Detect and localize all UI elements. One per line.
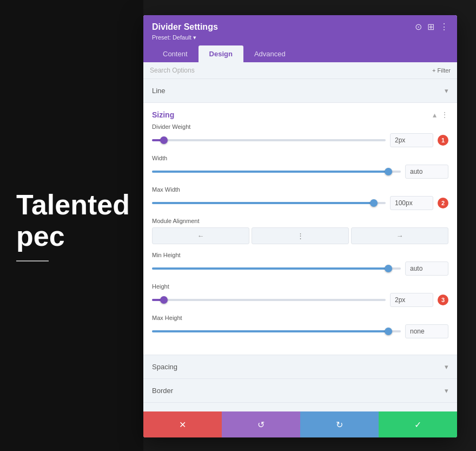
min-height-row [152, 262, 448, 276]
undo-icon: ↺ [257, 420, 265, 430]
border-section-row[interactable]: Border ▾ [143, 379, 457, 403]
sizing-collapse-icon[interactable]: ▴ [433, 110, 437, 119]
more-icon[interactable]: ⋮ [440, 22, 448, 32]
sizing-more-icon[interactable]: ⋮ [441, 110, 448, 119]
height-badge: 3 [438, 295, 448, 305]
tab-advanced[interactable]: Advanced [243, 45, 296, 62]
divider-weight-field: Divider Weight 1 [152, 123, 448, 147]
redo-icon: ↻ [336, 420, 343, 430]
filter-button[interactable]: + Filter [432, 67, 451, 74]
max-width-row: 2 [152, 196, 448, 210]
undo-button[interactable]: ↺ [222, 411, 300, 437]
layout-icon[interactable]: ⊞ [427, 22, 434, 32]
align-right-button[interactable]: → [351, 227, 448, 244]
max-width-input[interactable] [390, 196, 433, 210]
divider-weight-input[interactable] [390, 133, 433, 147]
preset-label: Preset: Default ▾ [152, 34, 448, 41]
modal-header: Divider Settings ⊙ ⊞ ⋮ Preset: Default ▾… [143, 15, 457, 62]
min-height-label: Min Height [152, 252, 448, 258]
divider-weight-slider[interactable] [152, 139, 386, 141]
width-slider[interactable] [152, 171, 401, 173]
align-left-button[interactable]: ← [152, 227, 249, 244]
divider-weight-badge: 1 [438, 135, 448, 146]
min-height-slider[interactable] [152, 267, 401, 270]
modal-body: Line ▾ Sizing ▴ ⋮ Divider Weight [143, 79, 457, 411]
max-width-slider[interactable] [152, 202, 386, 204]
width-input[interactable] [405, 165, 448, 179]
line-section-row[interactable]: Line ▾ [143, 79, 457, 103]
border-label: Border [152, 387, 173, 395]
divider-weight-label: Divider Weight [152, 123, 448, 130]
bg-title: Talented pec [16, 189, 127, 251]
max-height-row [152, 324, 448, 338]
responsive-icon[interactable]: ⊙ [415, 22, 422, 32]
height-label: Height [152, 283, 448, 290]
header-icons: ⊙ ⊞ ⋮ [415, 22, 448, 32]
cancel-icon: ✕ [179, 420, 186, 430]
tab-content[interactable]: Content [152, 45, 199, 62]
search-placeholder: Search Options [150, 67, 195, 74]
bg-line [16, 260, 49, 262]
max-width-badge: 2 [438, 198, 448, 208]
max-height-input[interactable] [405, 324, 448, 338]
min-height-field: Min Height [152, 252, 448, 276]
spacing-section-row[interactable]: Spacing ▾ [143, 355, 457, 379]
module-alignment-field: Module Alignment ← ⋮ → [152, 218, 448, 244]
line-chevron: ▾ [445, 87, 448, 95]
spacing-label: Spacing [152, 363, 177, 371]
spacing-chevron: ▾ [445, 363, 448, 371]
sizing-header-icons: ▴ ⋮ [433, 110, 448, 119]
alignment-buttons: ← ⋮ → [152, 227, 448, 244]
save-button[interactable]: ✓ [379, 411, 457, 437]
max-width-field: Max Width 2 [152, 186, 448, 210]
cancel-button[interactable]: ✕ [143, 411, 222, 437]
search-bar: Search Options + Filter [143, 62, 457, 79]
save-icon: ✓ [414, 420, 421, 430]
border-chevron: ▾ [445, 387, 448, 395]
max-height-label: Max Height [152, 315, 448, 321]
redo-button[interactable]: ↻ [300, 411, 379, 437]
background-page: Talented pec [0, 0, 143, 451]
width-field: Width [152, 155, 448, 179]
line-label: Line [152, 87, 166, 95]
divider-weight-row: 1 [152, 133, 448, 147]
sizing-title: Sizing [152, 110, 174, 119]
divider-settings-modal: Divider Settings ⊙ ⊞ ⋮ Preset: Default ▾… [143, 15, 457, 437]
modal-title: Divider Settings [152, 22, 218, 32]
preset-text[interactable]: Preset: Default ▾ [152, 34, 196, 41]
height-row: 3 [152, 293, 448, 307]
tabs: Content Design Advanced [152, 45, 448, 62]
height-field: Height 3 [152, 283, 448, 307]
height-input[interactable] [390, 293, 433, 307]
height-slider[interactable] [152, 299, 386, 301]
max-height-slider[interactable] [152, 330, 401, 332]
width-label: Width [152, 155, 448, 161]
max-width-label: Max Width [152, 186, 448, 193]
tab-design[interactable]: Design [199, 45, 243, 62]
align-center-button[interactable]: ⋮ [252, 227, 349, 244]
max-height-field: Max Height [152, 315, 448, 338]
modal-footer: ✕ ↺ ↻ ✓ [143, 411, 457, 437]
header-top: Divider Settings ⊙ ⊞ ⋮ [152, 22, 448, 32]
min-height-input[interactable] [405, 262, 448, 276]
box-shadow-section-row[interactable]: Box Shadow ▾ [143, 403, 457, 411]
sizing-section: Sizing ▴ ⋮ Divider Weight 1 [143, 103, 457, 355]
width-row [152, 165, 448, 179]
sizing-header: Sizing ▴ ⋮ [152, 103, 448, 123]
module-alignment-label: Module Alignment [152, 218, 448, 224]
